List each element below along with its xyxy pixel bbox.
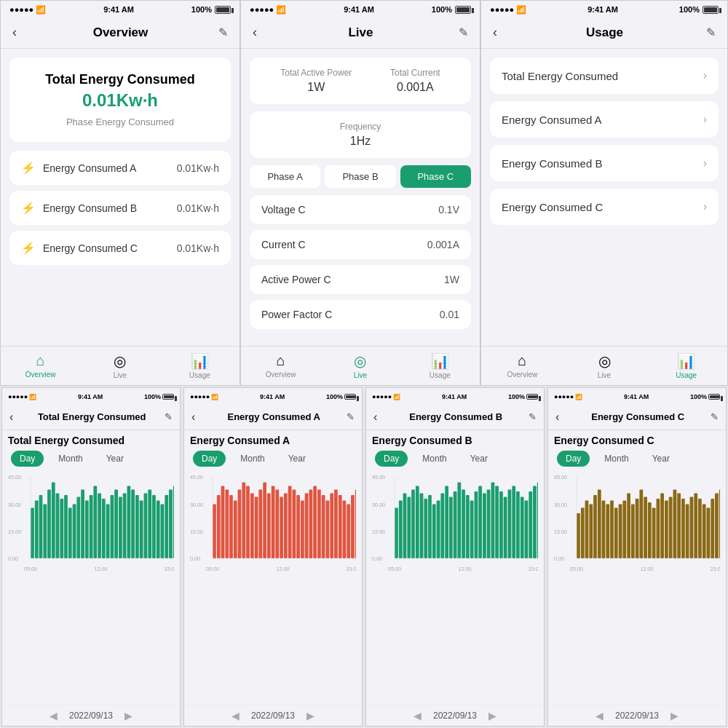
chart-prev-0[interactable]: ◀ [50,710,58,721]
svg-rect-62 [267,494,271,559]
usage-c-item[interactable]: Energy Consumed C › [490,189,719,225]
usage-edit-button[interactable]: ✎ [706,25,716,39]
chart-back-2[interactable]: ‹ [373,411,377,424]
usage-page-title: Usage [503,25,706,40]
svg-rect-81 [347,504,350,558]
svg-text:12:00: 12:00 [458,566,471,572]
svg-text:15.00: 15.00 [8,529,21,535]
voltage-value: 0.1V [438,204,459,215]
svg-rect-166 [690,497,694,559]
svg-text:30.00: 30.00 [372,502,385,508]
svg-rect-107 [449,497,453,559]
power-factor-row: Power Factor C 0.01 [250,300,471,329]
svg-text:23:00: 23:00 [529,566,538,572]
svg-rect-67 [288,486,292,558]
live-tab-usage[interactable]: 📊 Usage [400,352,480,382]
chart-edit-0[interactable]: ✎ [165,411,173,422]
svg-text:0.00: 0.00 [190,555,200,562]
chevron-total: › [703,69,707,82]
svg-text:12:00: 12:00 [640,566,653,572]
energy-row-a[interactable]: ⚡ Energy Consumed A 0.01Kw·h [9,151,231,185]
phase-b-tab[interactable]: Phase B [325,165,395,188]
phase-c-tab[interactable]: Phase C [400,165,471,188]
live-back-button[interactable]: ‹ [253,25,257,40]
filter-month-1[interactable]: Month [232,451,273,467]
chart-prev-2[interactable]: ◀ [414,710,422,721]
chart-back-1[interactable]: ‹ [191,411,195,424]
svg-text:0.00: 0.00 [554,555,564,562]
usage-b-item[interactable]: Energy Consumed B › [490,145,719,181]
svg-rect-106 [445,486,448,558]
chart-area-3: 45.0030.0015.000.00 05:0012:0023:00 [548,471,726,705]
back-button[interactable]: ‹ [12,25,17,40]
svg-rect-52 [225,490,229,559]
chart-time-0: 9:41 AM [78,393,103,400]
energy-row-c[interactable]: ⚡ Energy Consumed C 0.01Kw·h [9,231,231,265]
chart-status-0: ●●●●● 📶 9:41 AM 100% [2,388,180,404]
chart-edit-1[interactable]: ✎ [347,411,355,422]
filter-month-0[interactable]: Month [50,451,91,467]
energy-row-b[interactable]: ⚡ Energy Consumed B 0.01Kw·h [9,191,231,225]
svg-text:05:00: 05:00 [388,566,401,572]
filter-day-0[interactable]: Day [11,451,44,467]
filter-month-3[interactable]: Month [596,451,637,467]
live-icon: ◎ [114,352,126,370]
svg-rect-151 [627,494,630,559]
chart-next-1[interactable]: ▶ [306,710,314,721]
usage-tab-live[interactable]: ◎ Live [563,352,646,382]
svg-rect-157 [652,507,656,558]
filter-day-1[interactable]: Day [193,451,226,467]
filter-year-2[interactable]: Year [462,451,496,467]
tab-live[interactable]: ◎ Live [80,352,159,382]
live-tab-overview[interactable]: ⌂ Overview [241,352,320,382]
chart-edit-2[interactable]: ✎ [529,411,537,422]
svg-rect-11 [60,499,63,558]
usage-wifi: 📶 [516,5,526,15]
wifi-icon: 📶 [36,5,46,15]
live-top-row: Total Active Power 1W Total Current 0.00… [261,68,459,94]
svg-rect-159 [660,494,664,559]
phase-a-tab[interactable]: Phase A [250,165,320,188]
filter-month-2[interactable]: Month [414,451,455,467]
svg-text:05:00: 05:00 [206,566,219,572]
svg-rect-113 [475,491,478,558]
filter-year-0[interactable]: Year [98,451,132,467]
svg-rect-169 [703,504,706,558]
usage-total-item[interactable]: Total Energy Consumed › [490,58,719,94]
svg-rect-73 [313,486,317,558]
filter-day-3[interactable]: Day [557,451,590,467]
phase-tab-group: Phase A Phase B Phase C [250,165,471,188]
chart-next-2[interactable]: ▶ [488,710,496,721]
edit-button[interactable]: ✎ [218,25,228,39]
svg-rect-152 [631,504,635,558]
chart-date-1: 2022/09/13 [251,711,295,721]
filter-day-2[interactable]: Day [375,451,408,467]
tab-overview[interactable]: ⌂ Overview [1,352,80,382]
chart-next-0[interactable]: ▶ [124,710,132,721]
chart-prev-1[interactable]: ◀ [232,710,240,721]
usage-tab-usage[interactable]: 📊 Usage [645,352,727,382]
filter-year-3[interactable]: Year [644,451,678,467]
live-edit-button[interactable]: ✎ [459,25,468,39]
usage-nav-bar: ‹ Usage ✎ [481,17,727,49]
chart-back-3[interactable]: ‹ [555,411,559,424]
usage-back-button[interactable]: ‹ [493,25,497,40]
usage-tab-live-label: Live [598,371,611,379]
live-tab-live[interactable]: ◎ Live [320,352,400,382]
filter-year-1[interactable]: Year [280,451,314,467]
chart-next-3[interactable]: ▶ [670,710,678,721]
usage-a-item[interactable]: Energy Consumed A › [490,101,719,138]
chart-prev-3[interactable]: ◀ [596,710,604,721]
chart-edit-3[interactable]: ✎ [711,411,719,422]
svg-rect-127 [533,486,537,558]
overview-content: Total Energy Consumed 0.01Kw·h Phase Ene… [1,49,240,346]
tab-usage[interactable]: 📊 Usage [160,352,240,382]
chart-back-0[interactable]: ‹ [9,411,13,424]
usage-tab-overview[interactable]: ⌂ Overview [481,352,563,382]
frequency-label: Frequency [261,122,459,132]
usage-status-bar: ●●●●● 📶 9:41 AM 100% [481,1,727,17]
svg-rect-60 [258,490,262,559]
usage-icon: 📊 [191,352,209,370]
usage-signal: ●●●●● [490,5,514,14]
svg-rect-149 [619,504,622,558]
